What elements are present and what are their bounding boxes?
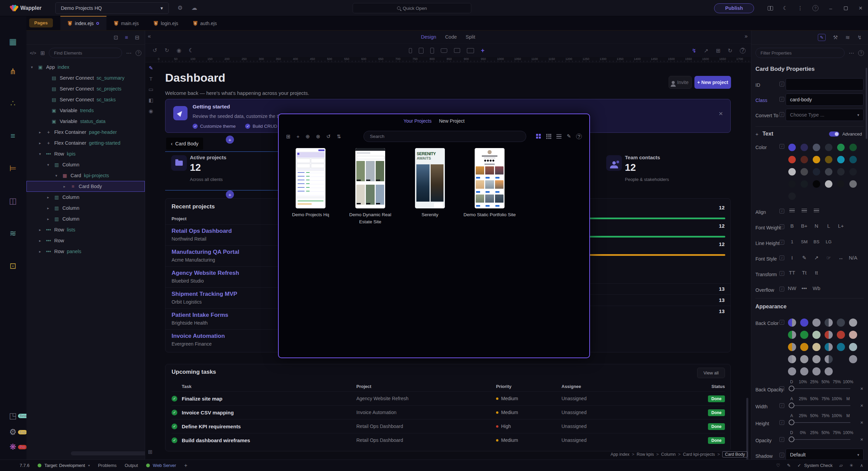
color-swatch[interactable]	[812, 355, 821, 363]
transform-option[interactable]: tt	[810, 270, 823, 275]
dark-mode-icon[interactable]: ☾	[189, 47, 194, 54]
color-swatch[interactable]	[849, 331, 857, 339]
tree-chevron-icon[interactable]: ▸	[45, 217, 51, 221]
ruler-tool-icon[interactable]: ▭	[149, 86, 153, 93]
color-swatch[interactable]	[849, 343, 857, 351]
view-all-button[interactable]: View all	[697, 368, 725, 378]
rail-icon[interactable]: ❋ Pro	[6, 441, 19, 453]
slider-knob[interactable]	[789, 386, 794, 391]
device-desktop-large-icon[interactable]	[467, 48, 474, 53]
tree-chevron-icon[interactable]: ▸	[37, 130, 43, 135]
font-style-option[interactable]: ☞	[823, 255, 835, 261]
color-swatch[interactable]	[812, 331, 821, 339]
slider-tick-label[interactable]: 75%	[831, 430, 842, 435]
info-icon[interactable]: i	[780, 420, 784, 425]
slider-track[interactable]	[792, 439, 850, 440]
color-swatch[interactable]	[801, 156, 808, 163]
minimize-button[interactable]: –	[823, 0, 838, 16]
tree-chevron-icon[interactable]: ▸	[37, 228, 43, 232]
info-icon[interactable]: i	[780, 209, 784, 213]
info-icon[interactable]: i	[780, 320, 784, 325]
color-swatch[interactable]	[801, 168, 808, 176]
kebab-menu-icon[interactable]: ⋮	[793, 0, 808, 16]
collapse-left-icon[interactable]: «	[148, 33, 151, 39]
device-laptop-icon[interactable]	[441, 48, 447, 53]
project-selector[interactable]: Demo Projects HQ ▾	[55, 2, 169, 14]
design-tools-icon[interactable]: ⚒	[833, 34, 838, 41]
tree-item[interactable]: ▸ ••• Row lists	[26, 224, 145, 235]
list-view-icon[interactable]: ≡	[125, 35, 128, 41]
text-tool-icon[interactable]: T	[149, 76, 152, 82]
color-swatch[interactable]	[825, 319, 833, 327]
cleanup-brush-icon[interactable]: ✎	[787, 463, 791, 468]
help-icon[interactable]: ?	[576, 134, 582, 139]
color-swatch[interactable]	[837, 343, 845, 351]
color-swatch[interactable]	[812, 367, 821, 375]
color-swatch[interactable]	[825, 331, 833, 339]
info-icon[interactable]: i	[780, 224, 784, 229]
breadcrumb-item[interactable]: Card kpi-projects	[683, 452, 715, 457]
color-swatch[interactable]	[813, 180, 820, 188]
info-icon[interactable]: i	[780, 112, 784, 117]
slider-tick-label[interactable]: 25%	[797, 413, 808, 418]
actions-lightning-icon[interactable]: ↯	[692, 47, 696, 54]
color-swatch[interactable]	[788, 367, 796, 375]
info-icon[interactable]: i	[780, 255, 784, 260]
overflow-option[interactable]: Wb	[810, 285, 823, 291]
bug-icon[interactable]: ✳	[850, 463, 853, 468]
visibility-icon[interactable]: ◉	[149, 108, 153, 114]
info-icon[interactable]: i	[780, 437, 784, 442]
device-phone-icon[interactable]	[430, 48, 434, 54]
tree-item[interactable]: ▸ ▥ Column	[26, 203, 145, 213]
font-weight-option[interactable]: L+	[835, 223, 847, 229]
canvas-vertical-scrollbar[interactable]	[746, 398, 748, 459]
color-swatch[interactable]	[849, 355, 857, 363]
color-swatch[interactable]	[825, 168, 832, 176]
line-height-option[interactable]: BS	[810, 239, 823, 244]
tree-item[interactable]: ▣ Variable status_data	[26, 116, 145, 127]
cloud-sync-icon[interactable]: ☁	[192, 4, 197, 12]
color-swatch[interactable]	[800, 319, 808, 327]
filter-properties-input[interactable]: Filter Properties	[755, 48, 845, 58]
slider-track[interactable]	[792, 388, 850, 389]
grid-view-small-icon[interactable]	[546, 134, 551, 139]
transform-option[interactable]: Tt	[798, 270, 810, 275]
slider-tick-label[interactable]: 50%	[809, 396, 820, 401]
rail-icon[interactable]: ⊨	[6, 162, 19, 175]
tree-item[interactable]: ▸ ▥ Column	[26, 192, 145, 203]
paint-tool-icon[interactable]: ◧	[149, 97, 153, 103]
slider-tick-label[interactable]: 25%	[797, 396, 808, 401]
breadcrumb-item[interactable]: App index	[611, 452, 630, 457]
color-swatch[interactable]	[788, 331, 796, 339]
color-swatch[interactable]	[800, 355, 808, 363]
web-server-button[interactable]: Web Server	[146, 463, 176, 468]
css-styles-icon[interactable]: ≋	[845, 34, 850, 41]
tree-item[interactable]: ▸ + Flex Container getting-started	[26, 138, 145, 148]
layout-split-icon[interactable]	[763, 0, 778, 16]
grid-apps-icon[interactable]: ⊞	[716, 47, 720, 54]
color-swatch[interactable]	[800, 331, 808, 339]
remove-project-icon[interactable]: ⊗	[316, 134, 320, 140]
history-icon[interactable]: ↺	[327, 134, 331, 140]
info-icon[interactable]: i	[780, 144, 784, 149]
slider-tick-label[interactable]: 10%	[797, 380, 808, 384]
color-swatch[interactable]	[837, 144, 845, 151]
editor-tab[interactable]: main.ejs	[106, 16, 146, 30]
project-search-input[interactable]: Search	[363, 131, 526, 142]
color-swatch[interactable]	[813, 144, 820, 151]
system-check-button[interactable]: ✓ System Check	[797, 463, 833, 468]
color-swatch[interactable]	[849, 156, 857, 163]
font-weight-option[interactable]: B	[786, 223, 798, 229]
clear-icon[interactable]: ×	[860, 386, 863, 391]
more-icon[interactable]: ⋯	[849, 50, 854, 56]
pages-button[interactable]: Pages	[29, 18, 53, 27]
project-card[interactable]: SERENITY AWAITS Serenity	[400, 148, 460, 226]
color-swatch[interactable]	[825, 343, 833, 351]
color-swatch[interactable]	[788, 192, 796, 200]
components-icon[interactable]: ⊞	[40, 50, 45, 56]
font-weight-option[interactable]: B+	[798, 223, 810, 229]
info-icon[interactable]: i	[780, 271, 784, 276]
slider-tick-label[interactable]: 100%	[843, 380, 854, 384]
tree-chevron-icon[interactable]: ▾	[54, 173, 59, 178]
target-selector[interactable]: Target: Development ▾	[38, 463, 90, 468]
